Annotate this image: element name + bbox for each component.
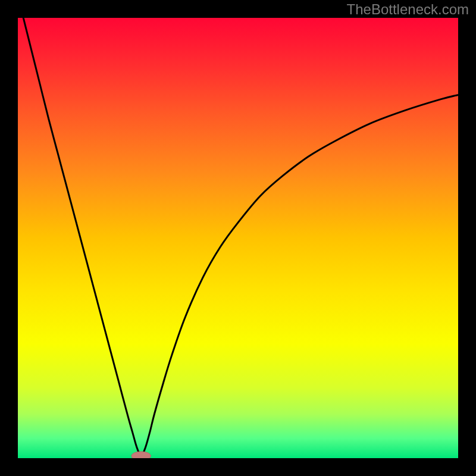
- watermark-text: TheBottleneck.com: [347, 1, 469, 18]
- plot-background: [18, 18, 458, 458]
- plot-svg: [0, 0, 476, 476]
- frame-left: [0, 0, 18, 476]
- chart-root: { "watermark": "TheBottleneck.com", "col…: [0, 0, 476, 476]
- frame-right: [458, 0, 476, 476]
- frame-bottom: [0, 458, 476, 476]
